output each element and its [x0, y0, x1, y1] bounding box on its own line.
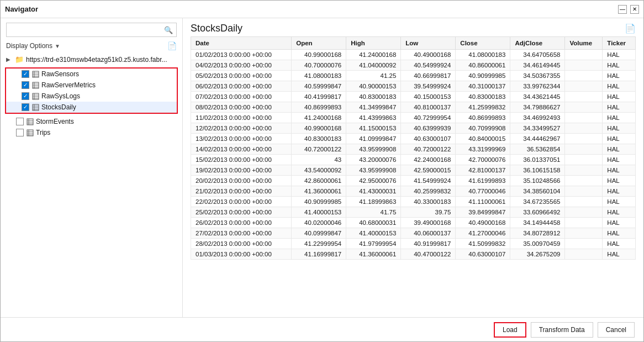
table-cell: 34.46149445 — [510, 60, 565, 71]
table-row: 21/02/2013 0:00:00 +00:0041.3600006141.4… — [191, 186, 636, 197]
col-ticker: Ticker — [603, 37, 636, 50]
table-cell: 40.99000168 — [292, 123, 346, 134]
table-cell: 35.10248566 — [510, 176, 565, 186]
transform-data-button[interactable]: Transform Data — [531, 322, 593, 338]
table-cell: 40.41999817 — [292, 92, 346, 102]
tree-item-trips[interactable]: Trips — [1, 127, 182, 138]
table-cell: 34.67235565 — [510, 197, 565, 207]
table-cell — [565, 239, 603, 249]
table-cell: 34.80728912 — [510, 228, 565, 239]
table-cell: 42.70000076 — [456, 155, 510, 165]
table-cell: 08/02/2013 0:00:00 +00:00 — [191, 102, 292, 113]
cancel-button[interactable]: Cancel — [598, 322, 635, 338]
table-cell: 11/02/2013 0:00:00 +00:00 — [191, 113, 292, 123]
table-cell: 25/02/2013 0:00:00 +00:00 — [191, 207, 292, 218]
table-cell: 41.08000183 — [456, 50, 510, 60]
tree-item-rawservermetrics[interactable]: ✓ RawServerMetrics — [6, 80, 177, 91]
tree-root-item[interactable]: ▶ 📁 https://trd-e310mswb4etazg51k0.z5.ku… — [1, 54, 182, 65]
table-cell: 40.47000122 — [401, 249, 456, 260]
table-cell: HAL — [603, 92, 636, 102]
preview-export-icon[interactable]: 📄 — [625, 23, 636, 34]
checkbox-trips[interactable] — [16, 129, 24, 136]
table-cell — [565, 113, 603, 123]
search-input[interactable] — [7, 26, 161, 34]
table-cell: 36.5362854 — [510, 144, 565, 155]
table-row: 05/02/2013 0:00:00 +00:0041.0800018341.2… — [191, 71, 636, 81]
table-cell: 40.63000107 — [456, 249, 510, 260]
table-row: 13/02/2013 0:00:00 +00:0040.8300018341.0… — [191, 134, 636, 144]
table-cell: HAL — [603, 71, 636, 81]
table-cell: 41.11000061 — [456, 197, 510, 207]
checkbox-rawsyslogs[interactable]: ✓ — [22, 92, 29, 100]
footer: Load Transform Data Cancel — [1, 317, 643, 341]
stocksdaily-label: StocksDaily — [41, 103, 76, 111]
display-options-label-text: Display Options — [6, 42, 52, 50]
table-cell: 40.90000153 — [346, 81, 401, 92]
table-cell: 41.75 — [346, 207, 401, 218]
tree-item-rawsensors[interactable]: ✓ RawSensors — [6, 69, 177, 80]
table-cell — [565, 123, 603, 134]
table-row: 19/02/2013 0:00:00 +00:0043.5400009243.9… — [191, 165, 636, 176]
checked-items-group: ✓ RawSensors — [5, 67, 178, 114]
trips-label: Trips — [36, 129, 50, 136]
table-cell: 40.70999908 — [456, 123, 510, 134]
table-cell: 41.25999832 — [456, 102, 510, 113]
checkbox-rawservermetrics[interactable]: ✓ — [22, 81, 29, 89]
table-row: 07/02/2013 0:00:00 +00:0040.4199981740.8… — [191, 92, 636, 102]
table-cell: 01/03/2013 0:00:00 +00:00 — [191, 249, 292, 260]
table-cell: 40.86999893 — [456, 113, 510, 123]
checkbox-rawsensors[interactable]: ✓ — [22, 70, 29, 78]
table-cell: 27/02/2013 0:00:00 +00:00 — [191, 228, 292, 239]
table-cell: 39.75 — [401, 207, 456, 218]
table-cell: 43.20000076 — [346, 155, 401, 165]
table-cell: 34.46992493 — [510, 113, 565, 123]
table-cell: 34.64705658 — [510, 50, 565, 60]
data-table-container[interactable]: Date Open High Low Close AdjClose Volume… — [191, 36, 636, 317]
table-cell — [565, 134, 603, 144]
col-adjclose: AdjClose — [510, 37, 565, 50]
checkbox-stormevents[interactable] — [16, 118, 24, 125]
checkbox-stocksdaily[interactable]: ✓ — [22, 103, 29, 111]
table-row: 12/02/2013 0:00:00 +00:0040.9900016841.1… — [191, 123, 636, 134]
table-cell: 34.14944458 — [510, 218, 565, 228]
table-cell — [565, 144, 603, 155]
table-cell: 40.81000137 — [401, 102, 456, 113]
search-bar[interactable]: 🔍 — [6, 23, 177, 37]
col-volume: Volume — [565, 37, 603, 50]
table-cell: HAL — [603, 144, 636, 155]
rawsyslogs-label: RawSysLogs — [41, 92, 80, 100]
table-cell: 40.09999847 — [292, 228, 346, 239]
close-button[interactable]: ✕ — [630, 5, 639, 14]
import-icon[interactable]: 📄 — [167, 41, 177, 50]
table-cell: 41.22999954 — [292, 239, 346, 249]
table-row: 01/02/2013 0:00:00 +00:0040.9900016841.2… — [191, 50, 636, 60]
tree-item-stocksdaily[interactable]: ✓ StocksDaily — [6, 102, 177, 113]
table-row: 11/02/2013 0:00:00 +00:0041.2400016841.4… — [191, 113, 636, 123]
table-cell: 40.72000122 — [401, 144, 456, 155]
table-cell: 41.18999863 — [346, 197, 401, 207]
table-cell: 42.24000168 — [401, 155, 456, 165]
data-table: Date Open High Low Close AdjClose Volume… — [191, 36, 636, 260]
table-cell: 12/02/2013 0:00:00 +00:00 — [191, 123, 292, 134]
table-cell: 40.72999954 — [401, 113, 456, 123]
table-row: 25/02/2013 0:00:00 +00:0041.4000015341.7… — [191, 207, 636, 218]
table-cell: 05/02/2013 0:00:00 +00:00 — [191, 71, 292, 81]
table-cell: HAL — [603, 239, 636, 249]
table-cell: 43.31999969 — [456, 144, 510, 155]
table-cell: 40.49000168 — [401, 50, 456, 60]
table-row: 06/02/2013 0:00:00 +00:0040.5999984740.9… — [191, 81, 636, 92]
table-cell: 35.00970459 — [510, 239, 565, 249]
table-cell: 28/02/2013 0:00:00 +00:00 — [191, 239, 292, 249]
load-button[interactable]: Load — [494, 322, 526, 338]
table-cell: 41.50999832 — [456, 239, 510, 249]
table-cell — [565, 207, 603, 218]
table-row: 04/02/2013 0:00:00 +00:0040.7000007641.0… — [191, 60, 636, 71]
table-cell: 40.15000153 — [401, 92, 456, 102]
table-row: 08/02/2013 0:00:00 +00:0040.8699989341.3… — [191, 102, 636, 113]
table-cell: 26/02/2013 0:00:00 +00:00 — [191, 218, 292, 228]
minimize-button[interactable]: — — [618, 5, 627, 14]
display-options-button[interactable]: Display Options ▼ — [6, 42, 60, 50]
tree-item-stormevents[interactable]: StormEvents — [1, 116, 182, 127]
tree-item-rawsyslogs[interactable]: ✓ RawSysLogs — [6, 91, 177, 102]
table-cell: HAL — [603, 113, 636, 123]
